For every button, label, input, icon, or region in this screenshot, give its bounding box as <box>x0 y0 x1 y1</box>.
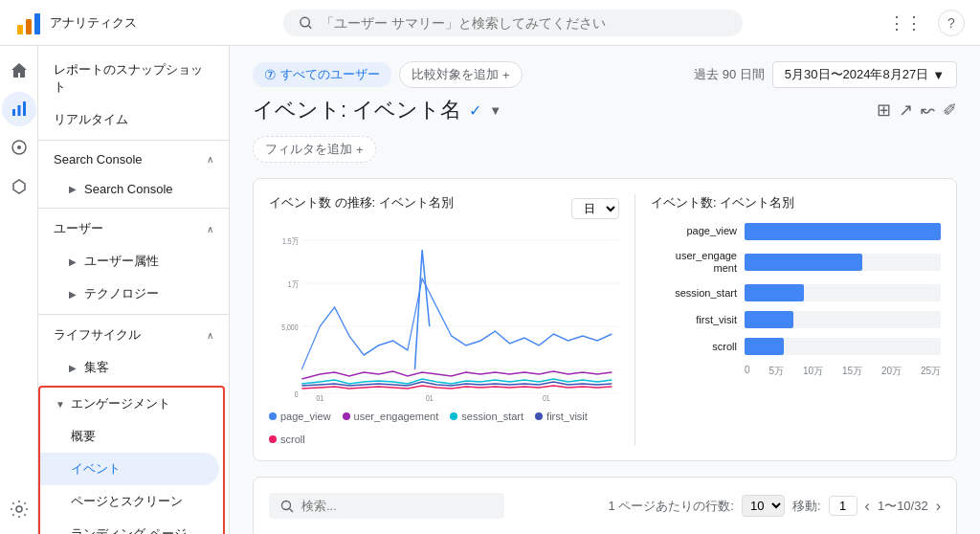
table-pagination: 1 ページあたりの行数: 10 25 50 移動: ‹ 1〜10/32 › <box>608 495 941 517</box>
sidebar-item-acquisition[interactable]: ▶ 集客 <box>38 351 221 384</box>
legend-dot-first-visit <box>535 412 543 420</box>
all-users-pill[interactable]: ⑦ すべてのユーザー <box>253 62 391 87</box>
sidebar-item-overview[interactable]: 概要 <box>40 420 215 453</box>
sidebar-group-lifecycle[interactable]: ライフサイクル ∧ <box>38 319 229 351</box>
topbar-actions: ⋮⋮ ? <box>888 10 965 36</box>
collapse-triangle-eng: ▼ <box>56 399 65 410</box>
expand-triangle-ua: ▶ <box>69 256 77 267</box>
sidebar-item-search-console[interactable]: ▶ Search Console <box>38 174 221 204</box>
analytics-logo <box>15 10 42 36</box>
sidebar-item-landing-page[interactable]: ランディング ページ <box>40 518 215 534</box>
charts-section: イベント数 の推移: イベント名別 日 1.5万 <box>253 178 957 461</box>
dropdown-icon: ▼ <box>932 68 945 82</box>
columns-action-icon[interactable]: ⊞ <box>877 100 891 121</box>
table-toolbar: 1 ページあたりの行数: 10 25 50 移動: ‹ 1〜10/32 › <box>269 493 941 519</box>
svg-rect-7 <box>23 101 26 116</box>
legend-dot-scroll <box>269 435 277 443</box>
nav-reports[interactable] <box>2 92 36 126</box>
bar-track-session-start <box>745 284 941 301</box>
nav-explore[interactable] <box>2 130 36 165</box>
reports-icon <box>10 100 29 119</box>
date-range-button[interactable]: 5月30日〜2024年8月27日 ▼ <box>772 61 957 88</box>
sidebar-item-user-attributes[interactable]: ▶ ユーザー属性 <box>38 245 221 278</box>
line-chart: 1.5万 1万 5,000 0 <box>269 231 619 403</box>
bar-label-scroll: scroll <box>651 341 737 353</box>
main-layout: レポートのスナップショット リアルタイム Search Console ∧ ▶ … <box>0 46 980 534</box>
main-content: ⑦ すべてのユーザー 比較対象を追加 + 過去 90 日間 5月30日〜2024… <box>230 46 980 534</box>
legend-dot-user-engagement <box>343 412 350 420</box>
bar-fill-page-view <box>745 223 941 240</box>
legend-scroll: scroll <box>269 434 305 445</box>
table-search-input[interactable] <box>301 499 493 513</box>
nav-advertising[interactable] <box>2 168 36 203</box>
share-action-icon[interactable]: ↗ <box>899 100 913 121</box>
svg-text:01: 01 <box>426 393 434 403</box>
expand-triangle-tech: ▶ <box>69 289 77 300</box>
bar-track-first-visit <box>745 311 941 328</box>
customize-action-icon[interactable]: ✐ <box>943 100 957 121</box>
svg-text:1.5万: 1.5万 <box>282 236 298 246</box>
col-event-name[interactable]: イベント名 + <box>269 530 390 534</box>
logo: アナリティクス <box>15 10 137 36</box>
search-box[interactable] <box>283 10 743 36</box>
line-chart-svg: 1.5万 1万 5,000 0 <box>269 231 619 403</box>
page-title: イベント: イベント名 <box>253 96 461 124</box>
table-section: 1 ページあたりの行数: 10 25 50 移動: ‹ 1〜10/32 › <box>253 477 957 534</box>
sidebar-users-section: ユーザー ∧ ▶ ユーザー属性 ▶ テクノロジー <box>38 212 229 310</box>
bookmark-action-icon[interactable]: ↜ <box>921 100 935 121</box>
bar-row-user-engagement: user_engagement <box>651 250 941 275</box>
table-search[interactable] <box>269 493 504 519</box>
page-title-row: イベント: イベント名 ✓ ▼ <box>253 96 501 124</box>
legend-dot-page-view <box>269 412 277 420</box>
prev-page-btn[interactable]: ‹ <box>865 498 870 515</box>
col-total-users[interactable]: 総ユーザー数 <box>505 530 624 534</box>
day-selector[interactable]: 日 <box>571 198 619 219</box>
collapse-icon-users: ∧ <box>207 224 213 234</box>
sidebar-group-users[interactable]: ユーザー ∧ <box>38 212 229 245</box>
topbar: アナリティクス ⋮⋮ ? <box>0 0 980 46</box>
bar-row-scroll: scroll <box>651 338 941 355</box>
grid-icon[interactable]: ⋮⋮ <box>888 12 923 33</box>
add-filter-button[interactable]: フィルタを追加 + <box>253 136 376 163</box>
sidebar-group-search-console[interactable]: Search Console ∧ <box>38 145 229 174</box>
app-title: アナリティクス <box>50 14 137 32</box>
sidebar-item-engagement[interactable]: ▼ エンゲージメント <box>40 388 223 420</box>
nav-settings[interactable] <box>2 492 36 526</box>
col-revenue[interactable]: 合計収益 <box>855 530 941 534</box>
nav-home[interactable] <box>2 54 36 88</box>
expand-triangle: ▶ <box>69 184 77 194</box>
add-compare-button[interactable]: 比較対象を追加 + <box>399 61 523 88</box>
title-dropdown-icon[interactable]: ▼ <box>489 103 501 118</box>
legend-first-visit: first_visit <box>535 411 588 422</box>
sidebar-item-pages-screens[interactable]: ページとスクリーン <box>40 485 215 518</box>
page-number-input[interactable] <box>829 496 858 516</box>
bar-label-user-engagement: user_engagement <box>651 250 737 275</box>
svg-text:0: 0 <box>295 389 299 399</box>
svg-text:01: 01 <box>317 393 324 403</box>
table-search-icon <box>280 500 294 513</box>
search-icon <box>299 15 313 31</box>
table-header-row: イベント名 + ↓ イベント数 総ユーザー数 ユーザーあたりのイベント数 <box>269 530 941 534</box>
sidebar-divider-3 <box>38 314 229 315</box>
search-input[interactable] <box>321 15 727 31</box>
filter-bar-top: ⑦ すべてのユーザー 比較対象を追加 + 過去 90 日間 5月30日〜2024… <box>253 61 957 88</box>
svg-point-29 <box>282 501 291 509</box>
sidebar-item-technology[interactable]: ▶ テクノロジー <box>38 278 221 310</box>
bar-label-session-start: session_start <box>651 287 737 300</box>
sidebar-item-events[interactable]: イベント <box>40 453 219 485</box>
col-events-per-user[interactable]: ユーザーあたりのイベント数 <box>624 530 856 534</box>
help-icon[interactable]: ? <box>938 10 965 36</box>
sidebar-item-realtime[interactable]: リアルタイム <box>38 103 221 136</box>
sidebar-snapshot-section: レポートのスナップショット リアルタイム <box>38 54 229 136</box>
date-range-display: 過去 90 日間 <box>694 66 765 83</box>
bar-track-page-view <box>745 223 941 240</box>
next-page-btn[interactable]: › <box>936 498 941 515</box>
bar-row-session-start: session_start <box>651 284 941 301</box>
rows-per-page-select[interactable]: 10 25 50 <box>742 495 785 517</box>
col-event-count[interactable]: ↓ イベント数 <box>390 530 505 534</box>
line-chart-title: イベント数 の推移: イベント名別 <box>269 194 454 211</box>
expand-triangle-acq: ▶ <box>69 363 77 373</box>
icon-rail <box>0 46 38 534</box>
search-bar <box>148 10 877 36</box>
sidebar-item-snapshot[interactable]: レポートのスナップショット <box>38 54 221 103</box>
